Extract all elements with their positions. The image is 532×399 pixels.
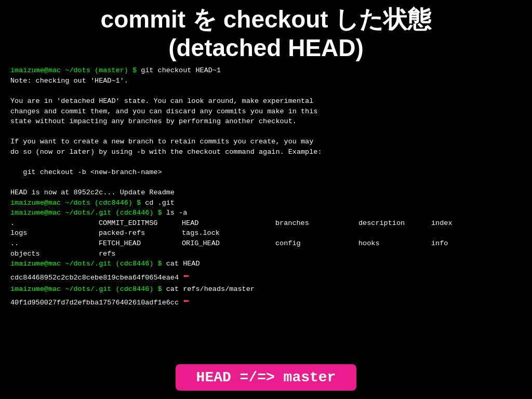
ls-cell: hooks	[358, 238, 431, 249]
ls-cell: packed-refs	[99, 228, 182, 238]
terminal-line-4: changes and commit them, and you can dis…	[10, 107, 522, 117]
hash-2: 40f1d950027fd7d2efbba17576402610adf1e6cc	[10, 299, 179, 307]
prompt-4: imaizume@mac ~/dots/.git (cdc8446) $	[10, 260, 162, 268]
ls-cell: logs	[10, 228, 99, 238]
title-line1: commit を checkout した状態	[10, 5, 522, 34]
ls-cell: info	[431, 238, 478, 249]
terminal-line-14: 40f1d950027fd7d2efbba17576402610adf1e6cc…	[10, 294, 522, 309]
cmd-2: cd .git	[141, 199, 175, 207]
ls-cell	[358, 249, 431, 259]
terminal-line-9: imaizume@mac ~/dots (cdc8446) $ cd .git	[10, 198, 522, 208]
blank-3	[10, 157, 522, 167]
ls-cell	[275, 249, 358, 259]
terminal-line-5: state without impacting any branches by …	[10, 116, 522, 127]
main-container: commit を checkout した状態 (detached HEAD) i…	[0, 0, 532, 399]
terminal-line-11: imaizume@mac ~/dots/.git (cdc8446) $ cat…	[10, 259, 522, 269]
ls-cell: .	[10, 218, 99, 229]
ls-cell	[182, 249, 275, 259]
ls-cell: ORIG_HEAD	[182, 238, 275, 249]
arrow-2: ⬅	[183, 296, 189, 308]
prompt-5: imaizume@mac ~/dots/.git (cdc8446) $	[10, 285, 162, 293]
blank-2	[10, 127, 522, 137]
cmd-5: cat refs/heads/master	[162, 285, 255, 293]
slide-title: commit を checkout した状態 (detached HEAD)	[10, 0, 522, 65]
prompt-3: imaizume@mac ~/dots/.git (cdc8446) $	[10, 209, 162, 217]
blank-1	[10, 86, 522, 97]
ls-cell: FETCH_HEAD	[99, 238, 182, 249]
ls-cell	[431, 249, 478, 259]
terminal-line-10: imaizume@mac ~/dots/.git (cdc8446) $ ls …	[10, 208, 522, 218]
title-line2: (detached HEAD)	[10, 34, 522, 62]
ls-cell: description	[358, 218, 431, 229]
ls-cell: tags.lock	[182, 228, 275, 238]
cmd-4: cat HEAD	[162, 260, 200, 268]
ls-cell: HEAD	[182, 218, 275, 229]
terminal-output: imaizume@mac ~/dots (master) $ git check…	[10, 65, 522, 360]
terminal-line-3: You are in 'detached HEAD' state. You ca…	[10, 96, 522, 107]
ls-cell: COMMIT_EDITMSG	[99, 218, 182, 229]
ls-cell: branches	[275, 218, 358, 229]
ls-cell: objects	[10, 249, 99, 259]
head-master-banner: HEAD =/=> master	[176, 364, 357, 391]
ls-cell	[431, 228, 478, 238]
terminal-line-12: cdc84468952c2cb2c8cebe819cbea64f0654eae4…	[10, 269, 522, 284]
cmd-1: git checkout HEAD~1	[137, 66, 221, 74]
terminal-line-6: If you want to create a new branch to re…	[10, 137, 522, 147]
blank-4	[10, 178, 522, 188]
ls-cell	[358, 228, 431, 238]
ls-cell: ..	[10, 238, 99, 249]
ls-cell	[275, 228, 358, 238]
terminal-line-1: imaizume@mac ~/dots (master) $ git check…	[10, 65, 522, 76]
ls-cell: index	[431, 218, 478, 229]
terminal-line-7: do so (now or later) by using -b with th…	[10, 147, 522, 157]
prompt-2: imaizume@mac ~/dots (cdc8446) $	[10, 199, 141, 207]
hash-1: cdc84468952c2cb2c8cebe819cbea64f0654eae4	[10, 274, 179, 282]
terminal-line-8: HEAD is now at 8952c2c... Update Readme	[10, 188, 522, 198]
terminal-line-example: git checkout -b <new-branch-name>	[10, 167, 522, 178]
ls-output: . COMMIT_EDITMSG HEAD branches descripti…	[10, 218, 522, 259]
cmd-3: ls -a	[162, 209, 188, 217]
terminal-line-2: Note: checking out 'HEAD~1'.	[10, 76, 522, 86]
terminal-line-13: imaizume@mac ~/dots/.git (cdc8446) $ cat…	[10, 284, 522, 295]
ls-cell: config	[275, 238, 358, 249]
prompt-1: imaizume@mac ~/dots (master) $	[10, 66, 137, 74]
ls-cell: refs	[99, 249, 182, 259]
bottom-banner-area: HEAD =/=> master	[10, 360, 522, 394]
arrow-1: ⬅	[183, 271, 189, 283]
